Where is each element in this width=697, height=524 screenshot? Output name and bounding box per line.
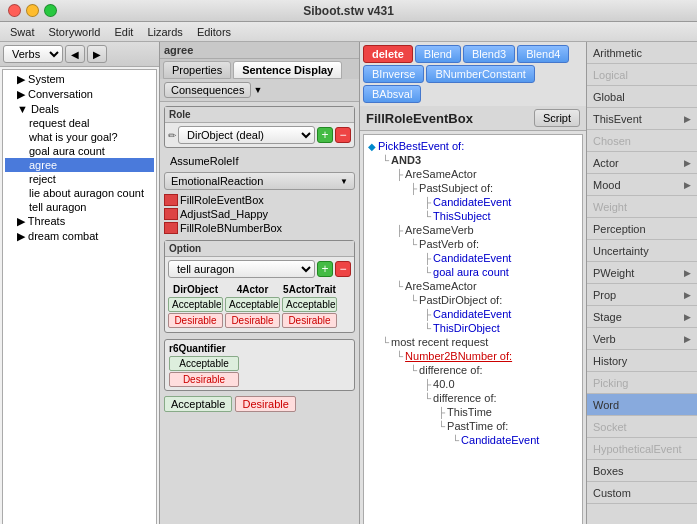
- et-label-20: PastTime of:: [447, 420, 508, 432]
- option-cell-des-1[interactable]: Desirable: [168, 313, 223, 328]
- role-remove-button[interactable]: −: [335, 127, 351, 143]
- right-item-custom[interactable]: Custom: [587, 482, 697, 504]
- et-node-20[interactable]: └ PastTime of:: [368, 419, 578, 433]
- et-node-15[interactable]: └ Number2BNumber of:: [368, 349, 578, 363]
- consequences-button[interactable]: Consequences: [164, 82, 251, 98]
- right-item-verb[interactable]: Verb ▶: [587, 328, 697, 350]
- option-add-button[interactable]: +: [317, 261, 333, 277]
- sidebar-item-conversation[interactable]: ▶ Conversation: [5, 87, 154, 102]
- et-node-4[interactable]: ├ CandidateEvent: [368, 195, 578, 209]
- sidebar-item-request-deal[interactable]: request deal: [5, 116, 154, 130]
- sidebar-item-reject[interactable]: reject: [5, 172, 154, 186]
- sidebar-item-goal-aura[interactable]: goal aura count: [5, 144, 154, 158]
- option-cell-acc-2[interactable]: Acceptable: [225, 297, 280, 312]
- sidebar-item-agree[interactable]: agree: [5, 158, 154, 172]
- blend-button[interactable]: Blend: [415, 45, 461, 63]
- sidebar-item-dream-combat[interactable]: ▶ dream combat: [5, 229, 154, 244]
- et-node-1[interactable]: └ AND3: [368, 153, 578, 167]
- et-node-19[interactable]: ├ ThisTime: [368, 405, 578, 419]
- et-node-2[interactable]: ├ AreSameActor: [368, 167, 578, 181]
- et-node-18[interactable]: └ difference of:: [368, 391, 578, 405]
- q-cell-acceptable[interactable]: Acceptable: [169, 356, 239, 371]
- bottom-acceptable-button[interactable]: Acceptable: [164, 396, 232, 412]
- et-node-6[interactable]: ├ AreSameVerb: [368, 223, 578, 237]
- right-item-thisevent[interactable]: ThisEvent ▶: [587, 108, 697, 130]
- et-node-7[interactable]: └ PastVerb of:: [368, 237, 578, 251]
- close-button[interactable]: [8, 4, 21, 17]
- sidebar-item-threats[interactable]: ▶ Threats: [5, 214, 154, 229]
- verbs-dropdown[interactable]: Verbs: [3, 45, 63, 63]
- et-node-10[interactable]: └ AreSameActor: [368, 279, 578, 293]
- option-cell-acc-3[interactable]: Acceptable: [282, 297, 337, 312]
- et-node-9[interactable]: └ goal aura count: [368, 265, 578, 279]
- binverse-button[interactable]: BInverse: [363, 65, 424, 83]
- bottom-desirable-button[interactable]: Desirable: [235, 396, 295, 412]
- nav-forward-button[interactable]: ▶: [87, 45, 107, 63]
- et-node-17[interactable]: ├ 40.0: [368, 377, 578, 391]
- right-item-pweight[interactable]: PWeight ▶: [587, 262, 697, 284]
- menu-swat[interactable]: Swat: [4, 25, 40, 39]
- option-cell-des-3[interactable]: Desirable: [282, 313, 337, 328]
- blend4-button[interactable]: Blend4: [517, 45, 569, 63]
- tab-sentence-display[interactable]: Sentence Display: [233, 61, 342, 79]
- right-item-boxes[interactable]: Boxes: [587, 460, 697, 482]
- menu-storyworld[interactable]: Storyworld: [42, 25, 106, 39]
- minimize-button[interactable]: [26, 4, 39, 17]
- blend3-button[interactable]: Blend3: [463, 45, 515, 63]
- et-node-12[interactable]: ├ CandidateEvent: [368, 307, 578, 321]
- right-item-history[interactable]: History: [587, 350, 697, 372]
- right-item-weight[interactable]: Weight: [587, 196, 697, 218]
- right-item-arithmetic[interactable]: Arithmetic: [587, 42, 697, 64]
- fill-box-adjust-sad[interactable]: AdjustSad_Happy: [164, 208, 355, 220]
- sidebar-item-lie-about[interactable]: lie about auragon count: [5, 186, 154, 200]
- menu-editors[interactable]: Editors: [191, 25, 237, 39]
- right-item-picking[interactable]: Picking: [587, 372, 697, 394]
- right-item-uncertainty[interactable]: Uncertainty: [587, 240, 697, 262]
- et-node-3[interactable]: ├ PastSubject of:: [368, 181, 578, 195]
- emotional-reaction-button[interactable]: EmotionalReaction ▼: [164, 172, 355, 190]
- role-add-button[interactable]: +: [317, 127, 333, 143]
- delete-button[interactable]: delete: [363, 45, 413, 63]
- option-dropdown[interactable]: tell auragon: [168, 260, 315, 278]
- right-item-global[interactable]: Global: [587, 86, 697, 108]
- babsval-button[interactable]: BAbsval: [363, 85, 421, 103]
- maximize-button[interactable]: [44, 4, 57, 17]
- menu-edit[interactable]: Edit: [108, 25, 139, 39]
- right-item-pweight-label: PWeight: [593, 267, 634, 279]
- right-item-perception[interactable]: Perception: [587, 218, 697, 240]
- sidebar-item-what-goal[interactable]: what is your goal?: [5, 130, 154, 144]
- et-node-0[interactable]: ◆ PickBestEvent of:: [368, 139, 578, 153]
- nav-back-button[interactable]: ◀: [65, 45, 85, 63]
- right-item-hypothetical[interactable]: HypotheticalEvent: [587, 438, 697, 460]
- menu-lizards[interactable]: Lizards: [141, 25, 188, 39]
- tab-properties[interactable]: Properties: [163, 61, 231, 79]
- right-item-stage[interactable]: Stage ▶: [587, 306, 697, 328]
- fill-box-role-event[interactable]: FillRoleEventBox: [164, 194, 355, 206]
- role-dropdown[interactable]: DirObject (deal): [178, 126, 315, 144]
- right-item-word[interactable]: Word: [587, 394, 697, 416]
- bnumber-button[interactable]: BNumberConstant: [426, 65, 535, 83]
- right-item-chosen[interactable]: Chosen: [587, 130, 697, 152]
- sidebar-item-tell-auragon[interactable]: tell auragon: [5, 200, 154, 214]
- right-item-mood[interactable]: Mood ▶: [587, 174, 697, 196]
- et-node-8[interactable]: ├ CandidateEvent: [368, 251, 578, 265]
- et-node-11[interactable]: └ PastDirObject of:: [368, 293, 578, 307]
- et-node-13[interactable]: └ ThisDirObject: [368, 321, 578, 335]
- et-node-5[interactable]: └ ThisSubject: [368, 209, 578, 223]
- option-cell-acc-1[interactable]: Acceptable: [168, 297, 223, 312]
- right-item-prop[interactable]: Prop ▶: [587, 284, 697, 306]
- right-item-actor[interactable]: Actor ▶: [587, 152, 697, 174]
- sidebar-item-deals[interactable]: ▼ Deals: [5, 102, 154, 116]
- et-node-14[interactable]: └ most recent request: [368, 335, 578, 349]
- right-item-logical[interactable]: Logical: [587, 64, 697, 86]
- q-cell-desirable[interactable]: Desirable: [169, 372, 239, 387]
- et-node-16[interactable]: └ difference of:: [368, 363, 578, 377]
- right-item-socket[interactable]: Socket: [587, 416, 697, 438]
- event-tree-scroll[interactable]: ◆ PickBestEvent of: └ AND3 ├ AreSameActo…: [363, 134, 583, 524]
- fill-box-bnumber[interactable]: FillRoleBNumberBox: [164, 222, 355, 234]
- script-button[interactable]: Script: [534, 109, 580, 127]
- option-remove-button[interactable]: −: [335, 261, 351, 277]
- sidebar-item-system[interactable]: ▶ System: [5, 72, 154, 87]
- et-node-21[interactable]: └ CandidateEvent: [368, 433, 578, 447]
- option-cell-des-2[interactable]: Desirable: [225, 313, 280, 328]
